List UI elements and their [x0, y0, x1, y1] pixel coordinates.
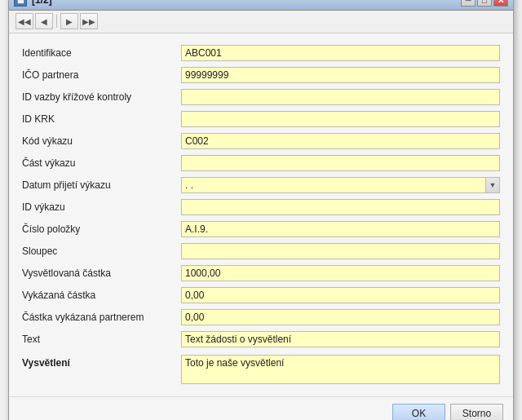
row-vysvetleni: Vysvětlení Toto je naše vysvětlení — [22, 355, 500, 384]
label-id-krk: ID KRK — [22, 113, 181, 125]
label-id-vazby: ID vazby křížové kontroly — [22, 91, 181, 103]
datum-dropdown-button[interactable]: ▼ — [485, 177, 500, 193]
label-kod-vykazu: Kód výkazu — [22, 135, 181, 147]
ok-button[interactable]: OK — [392, 404, 445, 421]
title-bar-left: ▦ [1/2] — [14, 0, 52, 7]
row-identifikace: Identifikace — [22, 43, 500, 63]
input-kod-vykazu[interactable] — [181, 133, 500, 149]
label-ico-partnera: IČO partnera — [22, 69, 181, 81]
minimize-button[interactable]: ─ — [461, 0, 476, 7]
row-kod-vykazu: Kód výkazu — [22, 131, 500, 151]
row-vysvetlovana-castka: Vysvětlovaná částka — [22, 263, 500, 283]
main-window: ▦ [1/2] ─ □ ✕ ◀◀ ◀ ▶ ▶▶ Identifikace IČO… — [8, 0, 514, 420]
input-cislo-polozky[interactable] — [181, 221, 500, 237]
cancel-button[interactable]: Storno — [450, 404, 503, 421]
footer: OK Storno — [9, 396, 513, 421]
row-sloupec: Sloupec — [22, 241, 500, 261]
label-castka-partnera: Částka vykázaná partnerem — [22, 312, 181, 323]
label-identifikace: Identifikace — [22, 47, 181, 59]
label-vysvetlovana-castka: Vysvětlovaná částka — [22, 267, 181, 279]
label-vysvetleni: Vysvětlení — [22, 355, 181, 369]
close-button[interactable]: ✕ — [493, 0, 508, 7]
window-title: [1/2] — [32, 0, 52, 6]
label-cast-vykazu: Část výkazu — [22, 157, 181, 169]
row-vykazana-castka: Vykázaná částka — [22, 285, 500, 305]
input-id-vazby[interactable] — [181, 89, 500, 105]
label-id-vykazu: ID výkazu — [22, 201, 181, 213]
label-vykazana-castka: Vykázaná částka — [22, 290, 181, 301]
input-text[interactable] — [181, 331, 500, 347]
input-vysvetlovana-castka[interactable] — [181, 265, 500, 281]
maximize-button[interactable]: □ — [477, 0, 492, 7]
row-castka-partnera: Částka vykázaná partnerem — [22, 307, 500, 327]
prev-button[interactable]: ◀ — [35, 13, 53, 29]
input-id-vykazu[interactable] — [181, 199, 500, 215]
window-icon: ▦ — [14, 0, 27, 7]
label-datum-prijeti: Datum přijetí výkazu — [22, 179, 181, 191]
label-cislo-polozky: Číslo položky — [22, 223, 181, 235]
row-id-vazby: ID vazby křížové kontroly — [22, 87, 500, 107]
toolbar-separator — [56, 15, 57, 28]
input-cast-vykazu[interactable] — [181, 155, 500, 171]
row-id-vykazu: ID výkazu — [22, 197, 500, 217]
input-vysvetleni[interactable]: Toto je naše vysvětlení — [181, 355, 500, 384]
row-cast-vykazu: Část výkazu — [22, 153, 500, 173]
row-id-krk: ID KRK — [22, 109, 500, 129]
title-bar: ▦ [1/2] ─ □ ✕ — [9, 0, 513, 11]
input-sloupec[interactable] — [181, 243, 500, 259]
row-text: Text — [22, 329, 500, 349]
row-datum-prijeti: Datum přijetí výkazu ▼ — [22, 175, 500, 195]
title-buttons: ─ □ ✕ — [461, 0, 508, 7]
input-datum-prijeti[interactable] — [181, 177, 485, 193]
input-id-krk[interactable] — [181, 111, 500, 127]
input-identifikace[interactable] — [181, 45, 500, 61]
input-ico-partnera[interactable] — [181, 67, 500, 83]
last-button[interactable]: ▶▶ — [80, 13, 98, 29]
first-button[interactable]: ◀◀ — [15, 13, 33, 29]
play-button[interactable]: ▶ — [60, 13, 78, 29]
row-cislo-polozky: Číslo položky — [22, 219, 500, 239]
form-content: Identifikace IČO partnera ID vazby křížo… — [9, 33, 513, 396]
row-ico-partnera: IČO partnera — [22, 65, 500, 85]
label-text: Text — [22, 334, 181, 345]
datum-field-container: ▼ — [181, 177, 500, 193]
toolbar: ◀◀ ◀ ▶ ▶▶ — [9, 11, 513, 33]
label-sloupec: Sloupec — [22, 245, 181, 257]
input-vykazana-castka[interactable] — [181, 287, 500, 303]
input-castka-partnera[interactable] — [181, 309, 500, 325]
